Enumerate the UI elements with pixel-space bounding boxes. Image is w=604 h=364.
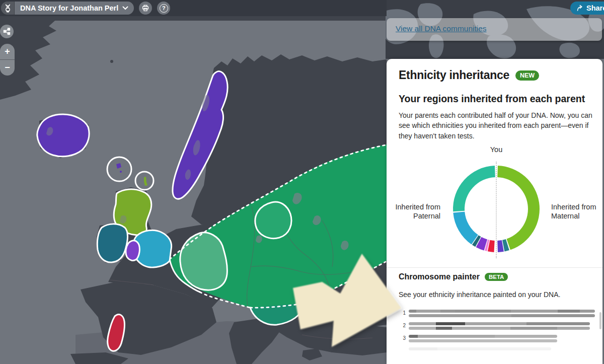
- region-baltic-states[interactable]: [255, 202, 291, 238]
- print-icon: [142, 5, 149, 12]
- chromosome-bar: [409, 327, 590, 330]
- faroe-dot-2: [120, 171, 122, 173]
- chromosome-painter-description: See your ethnicity inheritance painted o…: [399, 290, 560, 299]
- chromosome-number: 3: [399, 335, 406, 341]
- zoom-out-button[interactable]: −: [0, 60, 15, 76]
- chromosome-bar: [409, 314, 595, 317]
- chromosome-row: [399, 347, 595, 350]
- region-central-europe[interactable]: [180, 233, 228, 290]
- paternal-label: Inherited from Paternal: [396, 202, 440, 221]
- dna-communities-card: View all DNA communities: [387, 18, 602, 41]
- chromosome-painter-title: Chromosome painter: [399, 272, 480, 281]
- maternal-label: Inherited from Maternal: [551, 202, 596, 221]
- dna-story-selector[interactable]: DNA Story for Jonathan Perl: [1, 2, 134, 15]
- chromosome-bar: [409, 310, 595, 313]
- share-button[interactable]: Share: [570, 2, 604, 15]
- zoom-in-button[interactable]: +: [0, 44, 15, 60]
- share-label: Share: [586, 4, 604, 12]
- share-icon: [576, 5, 583, 12]
- map-zoom-control: + −: [0, 44, 15, 76]
- donut-segment-paternal-cyan[interactable]: [453, 211, 478, 244]
- dna-helix-icon: [1, 2, 15, 15]
- chromosome-bar: [409, 322, 590, 325]
- chevron-down-icon: [122, 6, 128, 10]
- help-icon: ?: [160, 4, 168, 13]
- chromosome-bar: [409, 347, 551, 350]
- chromosome-number: [399, 347, 406, 348]
- chromosome-row: 3: [399, 335, 595, 342]
- donut-segment-maternal-green[interactable]: [497, 166, 540, 250]
- donut-title: You: [387, 145, 604, 154]
- ethnicity-description: Your parents each contributed half of yo…: [399, 110, 594, 141]
- chromosome-rows: 123: [399, 310, 595, 355]
- chromosome-bar: [409, 339, 557, 342]
- region-iceland[interactable]: [37, 114, 89, 157]
- chromosome-row: 2: [399, 322, 595, 330]
- region-wales[interactable]: [126, 241, 139, 261]
- chromosome-row: 1: [399, 310, 595, 317]
- right-panel: View all DNA communities Ethnicity inher…: [386, 0, 604, 364]
- dna-story-title: DNA Story for Jonathan Perl: [15, 4, 122, 12]
- regions-inherited-subtitle: Your regions inherited from each parent: [399, 93, 585, 105]
- chromosome-number: 1: [399, 310, 406, 316]
- help-button[interactable]: ?: [157, 2, 170, 15]
- inheritance-donut-chart: You Inherited from Paternal Inherited fr…: [387, 139, 603, 265]
- network-nodes-icon: [3, 28, 11, 35]
- new-badge: NEW: [515, 70, 539, 81]
- print-button[interactable]: [139, 2, 152, 15]
- dna-story-page: DNA Story for Jonathan Perl ? Share: [0, 0, 604, 364]
- beta-badge: BETA: [485, 273, 508, 281]
- donut-chart-svg: [446, 159, 547, 259]
- panel-scrollbar-thumb[interactable]: [599, 312, 601, 329]
- view-all-communities-link[interactable]: View all DNA communities: [396, 24, 487, 33]
- donut-segment-paternal-emerald[interactable]: [453, 166, 495, 211]
- ethnicity-inheritance-title: Ethnicity inheritance: [399, 68, 509, 82]
- tree-view-button[interactable]: [0, 25, 14, 38]
- chromosome-number: 2: [399, 322, 406, 328]
- section-divider: [387, 267, 602, 268]
- ethnicity-inheritance-card: Ethnicity inheritance NEW Your regions i…: [387, 59, 602, 364]
- chromosome-bar: [409, 335, 557, 338]
